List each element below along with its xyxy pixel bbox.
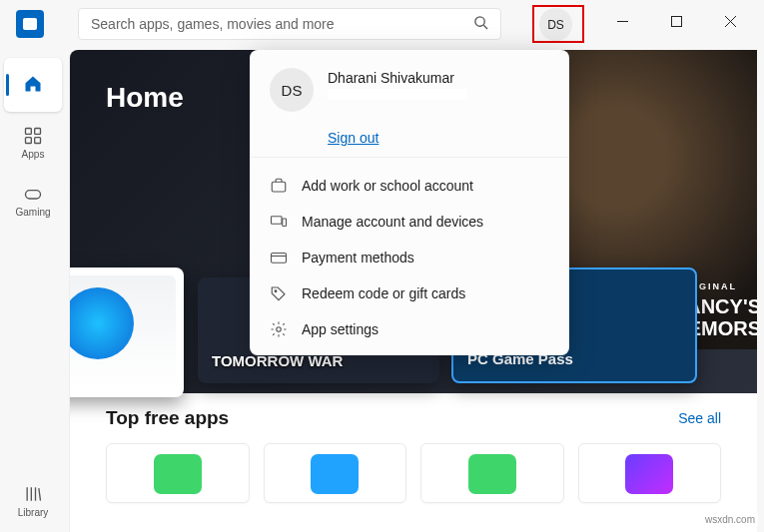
- window-controls: [588, 0, 764, 42]
- search-placeholder: Search apps, games, movies and more: [91, 16, 335, 32]
- menu-label: App settings: [302, 321, 379, 337]
- sidebar-item-library[interactable]: Library: [4, 474, 62, 528]
- menu-add-account[interactable]: Add work or school account: [250, 168, 569, 204]
- sidebar-item-label: Gaming: [15, 207, 50, 218]
- menu-manage-account[interactable]: Manage account and devices: [250, 204, 569, 240]
- menu-label: Add work or school account: [302, 178, 473, 194]
- sidebar: Apps Gaming Library: [0, 50, 66, 532]
- store-logo-icon: [16, 10, 44, 38]
- svg-rect-7: [35, 129, 41, 135]
- hero-tile-1[interactable]: [70, 267, 184, 397]
- menu-label: Payment methods: [302, 250, 414, 266]
- briefcase-icon: [270, 177, 288, 195]
- svg-point-22: [275, 290, 277, 292]
- svg-rect-18: [272, 217, 283, 225]
- card-icon: [270, 249, 288, 266]
- watermark: wsxdn.com: [702, 513, 758, 526]
- menu-payment[interactable]: Payment methods: [250, 240, 569, 275]
- sidebar-item-home[interactable]: [4, 58, 62, 112]
- search-input[interactable]: Search apps, games, movies and more: [78, 8, 501, 40]
- section-header: Top free apps See all: [70, 393, 757, 429]
- svg-point-0: [475, 17, 484, 26]
- svg-line-1: [483, 25, 487, 29]
- sidebar-item-apps[interactable]: Apps: [4, 116, 62, 170]
- menu-redeem[interactable]: Redeem code or gift cards: [250, 275, 569, 311]
- close-button[interactable]: [708, 6, 752, 36]
- menu-settings[interactable]: App settings: [250, 311, 569, 347]
- svg-line-16: [39, 488, 41, 501]
- svg-rect-9: [35, 138, 41, 144]
- sidebar-item-label: Library: [18, 507, 49, 518]
- svg-rect-10: [26, 191, 41, 199]
- svg-rect-8: [26, 138, 32, 144]
- svg-rect-6: [26, 129, 32, 135]
- tag-icon: [270, 284, 288, 302]
- app-card[interactable]: [264, 443, 407, 503]
- app-icon: [154, 454, 202, 494]
- search-icon[interactable]: [473, 15, 488, 33]
- page-title: Home: [106, 82, 184, 114]
- maximize-button[interactable]: [654, 6, 698, 36]
- profile-header: DS Dharani Shivakumar: [250, 64, 569, 124]
- devices-icon: [270, 213, 288, 231]
- user-name: Dharani Shivakumar: [328, 68, 467, 86]
- gear-icon: [270, 320, 288, 338]
- app-card[interactable]: [106, 443, 250, 503]
- svg-rect-20: [272, 254, 287, 264]
- app-icon: [625, 454, 673, 494]
- app-card[interactable]: [578, 443, 722, 503]
- app-row: [70, 429, 757, 517]
- svg-rect-17: [272, 182, 286, 192]
- app-icon: [311, 454, 359, 494]
- app-card[interactable]: [420, 443, 564, 503]
- see-all-link[interactable]: See all: [678, 410, 721, 426]
- user-email-redacted: [328, 89, 467, 100]
- menu-label: Redeem code or gift cards: [302, 285, 465, 301]
- svg-rect-3: [671, 16, 681, 26]
- account-dropdown: DS Dharani Shivakumar Sign out Add work …: [250, 50, 569, 355]
- app-icon: [468, 454, 516, 494]
- avatar: DS: [270, 68, 314, 112]
- menu-label: Manage account and devices: [302, 214, 483, 230]
- sidebar-item-label: Apps: [22, 149, 45, 160]
- sidebar-item-gaming[interactable]: Gaming: [4, 174, 62, 228]
- svg-rect-19: [283, 219, 287, 227]
- svg-point-23: [277, 327, 282, 332]
- section-title: Top free apps: [106, 407, 229, 429]
- user-avatar-button[interactable]: DS: [539, 8, 575, 44]
- avatar: DS: [539, 8, 572, 41]
- minimize-button[interactable]: [600, 6, 644, 36]
- sign-out-link[interactable]: Sign out: [328, 130, 379, 146]
